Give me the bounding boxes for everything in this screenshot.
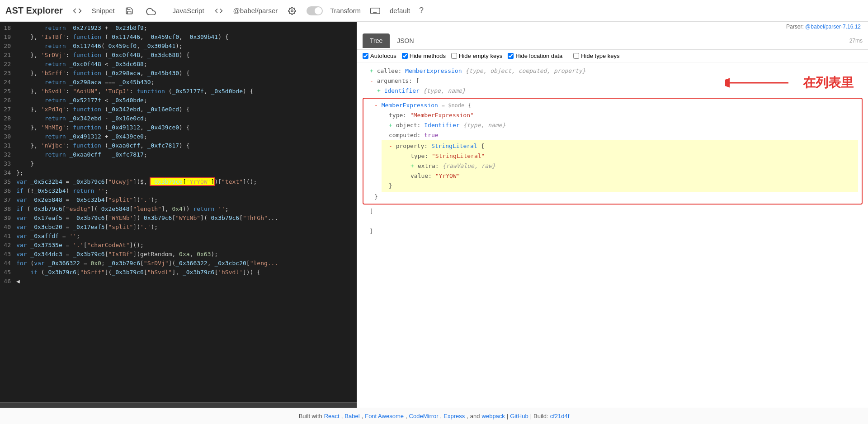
table-row: 29 }, 'MhMIg': function (_0x491312, _0x4… bbox=[0, 123, 357, 132]
codemirror-link[interactable]: CodeMirror bbox=[409, 413, 439, 419]
table-row: 23 }, 'bSrff': function (_0x298aca, _0x4… bbox=[0, 69, 357, 78]
table-row: 43 var _0x344dc3 = _0x3b79c6["IsTBf"](ge… bbox=[0, 250, 357, 259]
main-content: 18 return _0x271923 + _0x23b8f9; 19 }, '… bbox=[0, 22, 868, 408]
computed-node: computed: true bbox=[382, 130, 858, 140]
arguments-section: - arguments: [ 在列表里 bbox=[363, 76, 863, 96]
code-editor[interactable]: 18 return _0x271923 + _0x23b8f9; 19 }, '… bbox=[0, 22, 357, 402]
transform-label[interactable]: Transform bbox=[330, 7, 361, 14]
annotation-text: 在列表里 bbox=[803, 78, 854, 88]
build-label: Build: bbox=[533, 413, 548, 419]
table-row: 46 ◀ bbox=[0, 277, 357, 286]
table-row: 34 }; bbox=[0, 168, 357, 177]
table-row: 24 return _0x298aca === _0x45b430; bbox=[0, 78, 357, 87]
member-expression-close: } bbox=[367, 192, 858, 202]
github-link[interactable]: GitHub bbox=[510, 413, 528, 419]
table-row: 40 var _0x3cbc20 = _0x17eaf5["split"]('.… bbox=[0, 223, 357, 232]
red-arrow-svg bbox=[725, 71, 797, 94]
parser-version-link[interactable]: @babel/parser-7.16.12 bbox=[805, 24, 861, 30]
parser-label-text: Parser: bbox=[786, 24, 804, 30]
options-row: Autofocus Hide methods Hide empty keys H… bbox=[357, 50, 868, 62]
table-row: 41 var _0xaffdf = ''; bbox=[0, 232, 357, 241]
root-close: } bbox=[363, 226, 863, 236]
hide-type-keys-label: Hide type keys bbox=[581, 52, 619, 59]
sep1: | bbox=[507, 413, 508, 419]
settings-icon[interactable] bbox=[285, 4, 299, 18]
parser-info-bar: Parser: @babel/parser-7.16.12 bbox=[357, 22, 868, 32]
cloud-icon[interactable] bbox=[144, 4, 158, 18]
object-expand-icon[interactable]: + bbox=[389, 122, 392, 129]
hide-empty-keys-label: Hide empty keys bbox=[459, 52, 502, 59]
hide-methods-checkbox[interactable]: Hide methods bbox=[402, 52, 446, 59]
tab-tree[interactable]: Tree bbox=[363, 33, 390, 48]
header: AST Explorer Snippet JavaScript @babel/p… bbox=[0, 0, 868, 22]
parser-label[interactable]: @babel/parser bbox=[233, 7, 278, 14]
callee-expand-icon[interactable]: + bbox=[370, 67, 373, 74]
webpack-link[interactable]: webpack bbox=[482, 413, 505, 419]
language-label[interactable]: JavaScript bbox=[173, 7, 204, 14]
table-row: 22 return _0xc0f448 < _0x3dc688; bbox=[0, 60, 357, 69]
property-collapse-icon[interactable]: - bbox=[389, 143, 392, 149]
table-row: 31 }, 'nVjbc': function (_0xaa0cff, _0xf… bbox=[0, 141, 357, 150]
table-row: 39 var _0x17eaf5 = _0x3b79c6['WYENb'](_0… bbox=[0, 214, 357, 223]
transform-toggle[interactable] bbox=[307, 6, 323, 15]
table-row: 18 return _0x271923 + _0x23b8f9; bbox=[0, 24, 357, 33]
app-title: AST Explorer bbox=[5, 5, 63, 16]
member-expression-collapse-icon[interactable]: - bbox=[374, 102, 378, 109]
autofocus-checkbox[interactable]: Autofocus bbox=[363, 52, 396, 59]
hide-location-data-input[interactable] bbox=[508, 53, 514, 59]
svg-point-0 bbox=[291, 10, 293, 12]
table-row: 26 return _0x52177f < _0x5d0bde; bbox=[0, 96, 357, 105]
annotation-container: 在列表里 bbox=[725, 71, 854, 94]
hide-empty-keys-checkbox[interactable]: Hide empty keys bbox=[451, 52, 502, 59]
string-type-node: type: "StringLiteral" bbox=[403, 151, 858, 161]
build-hash-link[interactable]: cf21d4f bbox=[550, 413, 570, 419]
keyboard-icon[interactable] bbox=[368, 4, 382, 18]
hide-methods-input[interactable] bbox=[402, 53, 408, 59]
font-awesome-link[interactable]: Font Awesome bbox=[365, 413, 404, 419]
hide-type-keys-input[interactable] bbox=[573, 53, 579, 59]
hide-location-data-checkbox[interactable]: Hide location data bbox=[508, 52, 562, 59]
hide-type-keys-checkbox[interactable]: Hide type keys bbox=[573, 52, 619, 59]
code-icon-btn[interactable] bbox=[70, 4, 85, 18]
right-panel: Parser: @babel/parser-7.16.12 Tree JSON … bbox=[357, 22, 868, 408]
table-row: 33 } bbox=[0, 159, 357, 168]
object-node: + object: Identifier {type, name} bbox=[382, 120, 858, 130]
built-with-text: Built with bbox=[299, 413, 322, 419]
table-row: 25 }, 'hSvdl': "AoiUN", 'TuCpJ': functio… bbox=[0, 87, 357, 96]
parse-time: 27ms bbox=[849, 38, 863, 44]
table-row: 38 if (_0x3b79c6["esdtg"](_0x2e5848["len… bbox=[0, 205, 357, 214]
value-node: value: "YrYQW" bbox=[403, 171, 858, 181]
save-icon[interactable] bbox=[122, 4, 137, 18]
identifier-expand-icon[interactable]: + bbox=[377, 87, 381, 94]
type-node: type: "MemberExpression" bbox=[382, 110, 858, 120]
member-expression-link[interactable]: MemberExpression bbox=[382, 102, 438, 109]
hide-empty-keys-input[interactable] bbox=[451, 53, 457, 59]
extra-expand-icon[interactable]: + bbox=[410, 162, 414, 169]
babel-link[interactable]: Babel bbox=[344, 413, 359, 419]
help-icon[interactable]: ? bbox=[419, 6, 424, 15]
table-row: 37 var _0x2e5848 = _0x5c32b4["split"]('.… bbox=[0, 195, 357, 205]
arguments-collapse-icon[interactable]: - bbox=[370, 77, 373, 84]
tab-json[interactable]: JSON bbox=[390, 33, 421, 48]
table-row: 36 if (!_0x5c32b4) return ''; bbox=[0, 186, 357, 195]
react-link[interactable]: React bbox=[324, 413, 340, 419]
express-link[interactable]: Express bbox=[443, 413, 465, 419]
table-row: 42 var _0x37535e = '.'["charCodeAt"](); bbox=[0, 241, 357, 250]
table-row: 21 }, 'SrDVj': function (_0xc0f448, _0x3… bbox=[0, 51, 357, 60]
property-node: - property: StringLiteral { bbox=[382, 141, 858, 151]
code-scrollbar-horizontal[interactable] bbox=[0, 402, 357, 408]
footer: Built with React, Babel, Font Awesome, C… bbox=[0, 408, 868, 424]
table-row: 35 var _0x5c32b4 = _0x3b79c6["Ucwyj"]($,… bbox=[0, 177, 357, 186]
snippet-label[interactable]: Snippet bbox=[92, 7, 115, 14]
member-expression-node: - MemberExpression = $node { bbox=[367, 100, 858, 110]
table-row: 30 return _0x491312 + _0x439ce0; bbox=[0, 132, 357, 141]
property-body: type: "StringLiteral" + extra: {rawValue… bbox=[382, 151, 858, 181]
table-row: 27 }, 'xPdJq': function (_0x342ebd, _0x1… bbox=[0, 105, 357, 114]
autofocus-input[interactable] bbox=[363, 53, 368, 59]
extra-node: + extra: {rawValue, raw} bbox=[403, 161, 858, 171]
table-row: 44 for (var _0x366322 = 0x0; _0x3b79c6["… bbox=[0, 259, 357, 268]
ast-tree-view[interactable]: + callee: MemberExpression {type, object… bbox=[357, 62, 868, 408]
tag-icon[interactable] bbox=[212, 4, 226, 18]
table-row: 28 return _0x342ebd - _0x16e0cd; bbox=[0, 114, 357, 123]
default-label[interactable]: default bbox=[390, 7, 410, 14]
